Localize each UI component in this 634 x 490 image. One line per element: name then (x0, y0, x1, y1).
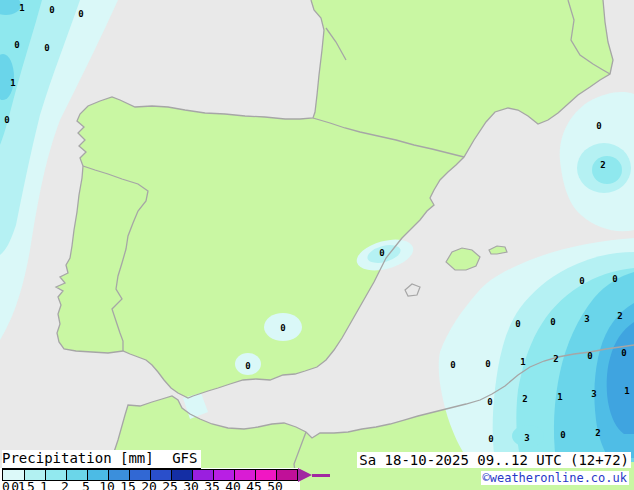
precip-value-label: 0 (78, 9, 83, 19)
precip-value-label: 2 (617, 311, 622, 321)
precip-value-label: 0 (450, 360, 455, 370)
precip-value-label: 0 (621, 348, 626, 358)
precip-value-label: 0 (612, 274, 617, 284)
precip-value-label: 2 (595, 428, 600, 438)
precip-value-label: 0 (596, 121, 601, 131)
precip-value-label: 0 (14, 40, 19, 50)
precip-value-label: 1 (557, 392, 562, 402)
precip-value-label: 2 (600, 160, 605, 170)
precip-value-label: 0 (280, 323, 285, 333)
precip-value-label: 1 (520, 357, 525, 367)
legend-tick-label: 5 (82, 479, 90, 490)
precip-value-label: 0 (44, 43, 49, 53)
legend-title: Precipitation [mm] GFS (2, 450, 201, 469)
legend-tick-label: 20 (141, 479, 157, 490)
precip-value-label: 0 (488, 434, 493, 444)
precip-value-label: 1 (624, 386, 629, 396)
copyright-notice: ©weatheronline.co.uk (481, 471, 630, 485)
legend-tick-label: 1 (40, 479, 48, 490)
legend-tick-label: 45 (246, 479, 262, 490)
precip-value-label: 3 (584, 314, 589, 324)
precip-value-label: 3 (524, 433, 529, 443)
precip-value-label: 2 (522, 394, 527, 404)
forecast-datetime: Sa 18-10-2025 09..12 UTC (12+72) (357, 452, 631, 468)
precip-value-label: 0 (515, 319, 520, 329)
legend-tick-label: 30 (183, 479, 199, 490)
precip-value-label: 0 (379, 248, 384, 258)
legend-title-parameter: Precipitation (2, 450, 112, 466)
precip-value-label: 0 (560, 430, 565, 440)
precip-value-label: 0 (485, 359, 490, 369)
legend-tick-label: 40 (225, 479, 241, 490)
legend-tick-label: 15 (120, 479, 136, 490)
precipitation-map: 100001002000000032001200021310302 (0, 0, 634, 490)
precip-value-label: 0 (49, 5, 54, 15)
precip-value-label: 0 (4, 115, 9, 125)
legend-tick-label: 0.5 (11, 479, 34, 490)
precip-value-label: 0 (245, 361, 250, 371)
legend-tick-label: 2 (61, 479, 69, 490)
legend-overflow-arrow-icon (298, 468, 312, 482)
precip-value-label: 0 (579, 276, 584, 286)
legend-tick-label: 25 (162, 479, 178, 490)
legend-tick-label: 50 (267, 479, 283, 490)
precip-value-label: 1 (19, 3, 24, 13)
legend-overflow-arrow-tail (312, 474, 330, 477)
precip-value-label: 0 (550, 317, 555, 327)
precip-value-label: 2 (553, 354, 558, 364)
precip-value-label: 0 (587, 351, 592, 361)
weather-map-page: 100001002000000032001200021310302 Precip… (0, 0, 634, 490)
legend-title-units: [mm] (120, 450, 154, 466)
legend-tick-label: 35 (204, 479, 220, 490)
legend-title-model: GFS (172, 450, 197, 466)
precip-value-label: 1 (10, 78, 15, 88)
precip-value-label: 3 (591, 389, 596, 399)
legend-tick-label: 10 (99, 479, 115, 490)
precip-value-label: 0 (487, 397, 492, 407)
